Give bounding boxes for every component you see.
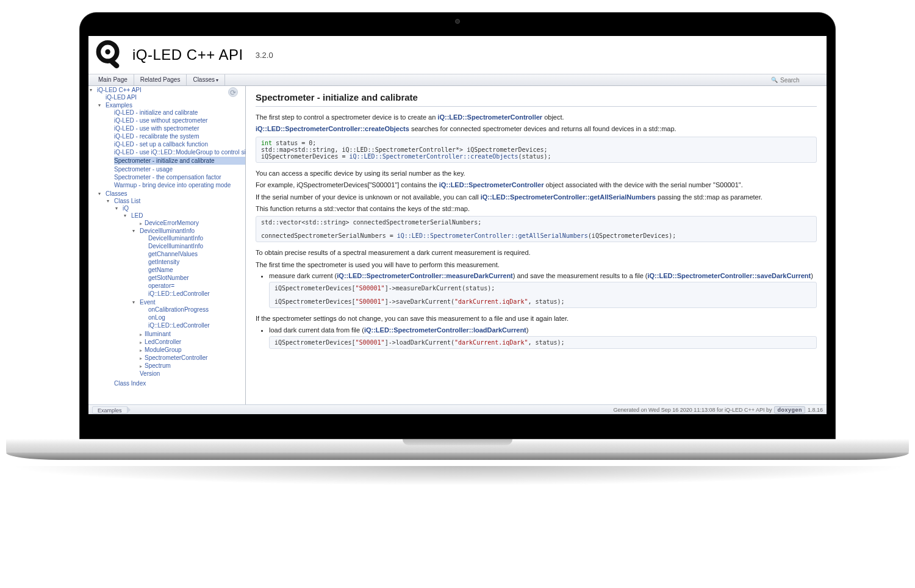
svg-point-1	[105, 49, 110, 54]
tab-related-pages[interactable]: Related Pages	[134, 74, 187, 85]
tree-toggle-icon[interactable]: ▾	[98, 102, 101, 108]
app-version: 3.2.0	[256, 51, 273, 60]
nav-tabs: Main Page Related Pages Classes▾ 🔍	[88, 74, 827, 86]
sidebar-example-item[interactable]: Warmup - bring device into operating mod…	[114, 182, 231, 188]
text: measure dark current (	[269, 272, 337, 279]
sidebar-member-item[interactable]: getChannelValues	[148, 251, 198, 257]
breadcrumb[interactable]: Examples	[92, 406, 127, 414]
code-block: std::vector<std::string> connectedSpectr…	[256, 216, 817, 242]
tree-toggle-icon[interactable]: ▾	[124, 213, 126, 218]
doxygen-badge[interactable]: doxygen	[774, 406, 805, 414]
sidebar-class-item[interactable]: SpectrometerController	[145, 354, 207, 361]
tree-toggle-icon[interactable]: ▾	[115, 206, 118, 211]
sidebar-item-api[interactable]: iQ-LED API	[106, 94, 137, 101]
sidebar-item-ns-iq[interactable]: iQ	[123, 205, 129, 212]
tree-toggle-icon[interactable]: ▾	[90, 87, 92, 93]
sidebar-item-classes[interactable]: Classes	[106, 190, 127, 197]
text: This function returns a std::vector that…	[256, 204, 817, 213]
content-area: Spectrometer - initialize and calibrate …	[246, 86, 827, 404]
sidebar-example-item-active[interactable]: Spectrometer - initialize and calibrate	[114, 157, 215, 164]
app-logo-icon	[93, 38, 126, 71]
text: searches for connected spectrometer devi…	[409, 125, 676, 132]
sidebar: ⟳ ▾iQ-LED C++ API iQ-LED API ▾Examples i…	[88, 86, 246, 404]
text: The first step to control a spectrometer…	[256, 113, 437, 121]
sidebar-example-item[interactable]: iQ-LED - use without spectrometer	[114, 117, 207, 124]
sidebar-member-item[interactable]: DeviceIlluminantInfo	[148, 235, 203, 242]
text: To obtain precise results of a spectral …	[256, 248, 817, 257]
sidebar-example-item[interactable]: iQ-LED - use iQ::LED::ModuleGroup to con…	[114, 149, 245, 156]
search-input[interactable]	[780, 77, 823, 84]
sidebar-item-class-index[interactable]: Class Index	[114, 380, 146, 387]
app-title: iQ-LED C++ API	[132, 46, 243, 63]
code-block: int status = 0; std::map<std::string, iQ…	[256, 137, 817, 163]
sidebar-member-item[interactable]: onCalibrationProgress	[148, 306, 209, 313]
link-get-all-serials[interactable]: iQ::LED::SpectrometerController::getAllS…	[481, 193, 656, 201]
link-save-dark-current[interactable]: iQ::LED::SpectrometerController::saveDar…	[647, 272, 811, 279]
sidebar-root[interactable]: iQ-LED C++ API	[97, 87, 142, 93]
sidebar-example-item[interactable]: Spectrometer - the compensation factor	[114, 174, 221, 181]
sidebar-class-item[interactable]: ModuleGroup	[145, 346, 182, 353]
sidebar-example-item[interactable]: iQ-LED - recalibrate the system	[114, 133, 199, 140]
sidebar-item-examples[interactable]: Examples	[106, 102, 132, 109]
text: object associated with the device with t…	[544, 181, 742, 188]
text: You can access a specific device by usin…	[256, 169, 817, 178]
sidebar-class-item[interactable]: Event	[140, 299, 156, 306]
sidebar-class-item[interactable]: LedController	[145, 339, 181, 345]
text: The first time the spectrometer is used …	[256, 260, 817, 270]
sidebar-member-item[interactable]: iQ::LED::LedController	[148, 290, 210, 297]
sidebar-member-item[interactable]: operator=	[148, 282, 174, 289]
sidebar-class-item[interactable]: Version	[140, 370, 160, 377]
tab-classes-label: Classes	[193, 76, 215, 83]
text: load dark current data from file (	[269, 326, 364, 334]
footer: Examples Generated on Wed Sep 16 2020 11…	[88, 404, 827, 414]
code-block: iQSpectrometerDevices["S00001"]->measure…	[269, 282, 817, 308]
text: ) and save the measurement results to a …	[513, 272, 648, 279]
tree-toggle-icon[interactable]: ▾	[132, 228, 135, 234]
text: If the serial number of your device is u…	[256, 193, 481, 201]
sidebar-item-class-list[interactable]: Class List	[114, 198, 140, 204]
tab-classes[interactable]: Classes▾	[187, 74, 225, 85]
link-load-dark-current[interactable]: iQ::LED::SpectrometerController::loadDar…	[364, 326, 526, 334]
sidebar-class-item[interactable]: Illuminant	[145, 331, 171, 337]
link-spectrometer-controller[interactable]: iQ::LED::SpectrometerController	[439, 181, 544, 188]
link-create-objects[interactable]: iQ::LED::SpectrometerController::createO…	[256, 125, 409, 132]
sidebar-member-item[interactable]: DeviceIlluminantInfo	[148, 243, 203, 249]
code-block: iQSpectrometerDevices["S00001"]->loadDar…	[269, 336, 817, 349]
sidebar-member-item[interactable]: getSlotNumber	[148, 274, 189, 281]
sidebar-member-item[interactable]: iQ::LED::LedController	[148, 322, 210, 329]
tab-main-page[interactable]: Main Page	[92, 74, 134, 85]
tree-toggle-icon[interactable]: ▾	[132, 299, 135, 305]
text: For example, iQSpectrometerDevices["S000…	[256, 181, 439, 188]
sidebar-member-item[interactable]: onLog	[148, 314, 165, 321]
sidebar-example-item[interactable]: iQ-LED - initialize and calibrate	[114, 109, 198, 116]
page-title: Spectrometer - initialize and calibrate	[256, 92, 817, 107]
text: passing the std::map as parameter.	[656, 193, 762, 201]
sidebar-item-ns-led[interactable]: LED	[131, 212, 143, 219]
footer-doxygen-version: 1.8.16	[808, 407, 823, 413]
sidebar-class-item[interactable]: Spectrum	[145, 362, 171, 369]
tree-toggle-icon[interactable]: ▾	[107, 198, 109, 204]
sidebar-class-item[interactable]: DeviceIlluminantInfo	[140, 228, 195, 234]
link-spectrometer-controller[interactable]: iQ::LED::SpectrometerController	[437, 113, 542, 121]
sidebar-member-item[interactable]: getIntensity	[148, 259, 179, 265]
text: )	[811, 272, 813, 279]
chevron-down-icon: ▾	[216, 77, 218, 83]
chevron-right-icon	[127, 406, 131, 414]
link-measure-dark-current[interactable]: iQ::LED::SpectrometerController::measure…	[337, 272, 513, 279]
laptop-camera	[455, 19, 460, 24]
search-icon: 🔍	[771, 77, 778, 83]
sidebar-example-item[interactable]: iQ-LED - use with spectrometer	[114, 125, 199, 132]
text: )	[526, 326, 529, 334]
text: If the spectrometer settings do not chan…	[256, 314, 817, 323]
sidebar-example-item[interactable]: iQ-LED - set up a callback function	[114, 141, 208, 148]
tree-toggle-icon[interactable]: ▾	[98, 191, 101, 196]
text: object.	[542, 113, 564, 121]
footer-generated-text: Generated on Wed Sep 16 2020 11:13:08 fo…	[613, 407, 772, 413]
sidebar-class-item[interactable]: DeviceErrorMemory	[145, 220, 199, 226]
sidebar-example-item[interactable]: Spectrometer - usage	[114, 166, 173, 173]
sidebar-member-item[interactable]: getName	[148, 267, 173, 273]
